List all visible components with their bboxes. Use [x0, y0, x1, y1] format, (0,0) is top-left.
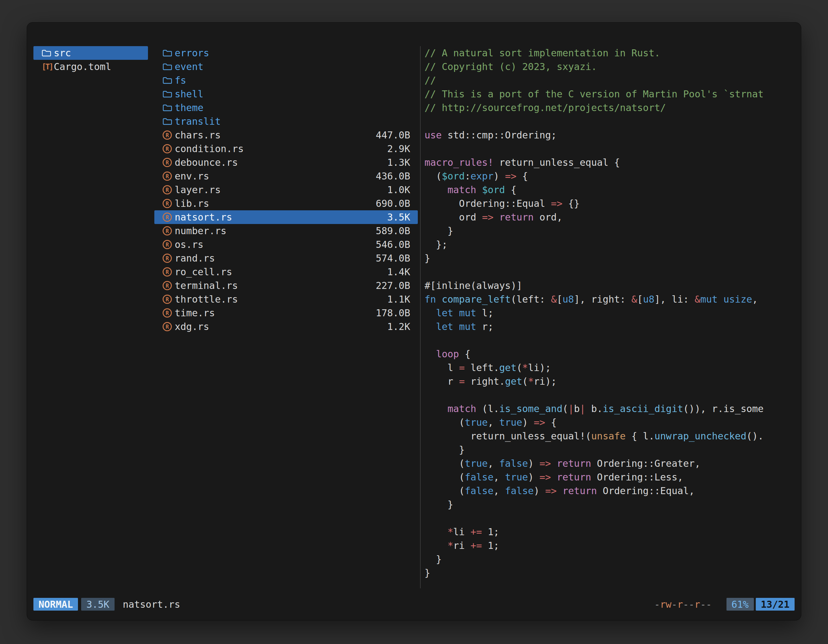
file-row[interactable]: Rthrottle.rs1.1K [154, 292, 418, 306]
rust-file-icon: R [163, 171, 175, 181]
file-row[interactable]: Rlayer.rs1.0K [154, 183, 418, 197]
entry-size: 1.1K [387, 294, 410, 305]
parent-directory-pane: src[T]Cargo.toml [33, 46, 148, 74]
entry-size: 436.0B [376, 171, 410, 182]
folder-icon [163, 104, 175, 112]
code-line: } [425, 251, 797, 265]
folder-icon [163, 90, 175, 98]
dir-row[interactable]: src [33, 46, 148, 60]
rust-file-icon: R [163, 158, 175, 167]
file-row[interactable]: Rro_cell.rs1.4K [154, 265, 418, 279]
code-line [425, 388, 797, 402]
code-line: // A natural sort implementation in Rust… [425, 46, 797, 60]
code-line: return_unless_equal!(unsafe { l.unwrap_u… [425, 429, 797, 443]
rust-file-icon: R [163, 213, 175, 222]
folder-icon [163, 118, 175, 126]
file-row[interactable]: Rxdg.rs1.2K [154, 320, 418, 334]
code-line [425, 142, 797, 155]
rust-file-icon: R [163, 185, 175, 194]
status-bar: NORMAL 3.5K natsort.rs -rw-r--r-- 61% 13… [33, 597, 795, 611]
entry-name: natsort.rs [175, 212, 232, 223]
code-line: Ordering::Equal => {} [425, 197, 797, 210]
code-line: (false, false) => return Ordering::Equal… [425, 484, 797, 498]
entry-name: env.rs [175, 171, 209, 182]
entry-name: os.rs [175, 239, 203, 250]
code-line: #[inline(always)] [425, 279, 797, 292]
code-line: // This is a port of the C version of Ma… [425, 87, 797, 101]
file-row[interactable]: [T]Cargo.toml [33, 60, 148, 74]
rust-file-icon: R [163, 226, 175, 235]
entry-size: 447.0B [376, 130, 410, 141]
dir-row[interactable]: fs [154, 74, 418, 87]
dir-row[interactable]: event [154, 60, 418, 74]
rust-file-icon: R [163, 295, 175, 304]
dir-row[interactable]: errors [154, 46, 418, 60]
entry-name: fs [175, 75, 186, 86]
code-line: }; [425, 238, 797, 251]
file-row[interactable]: Rrand.rs574.0B [154, 251, 418, 265]
code-line [425, 265, 797, 279]
code-line: // [425, 74, 797, 87]
file-row[interactable]: Rtime.rs178.0B [154, 306, 418, 320]
entry-name: xdg.rs [175, 321, 209, 332]
file-size-badge: 3.5K [81, 598, 114, 611]
file-row[interactable]: Rchars.rs447.0B [154, 128, 418, 142]
code-line: // Copyright (c) 2023, sxyazi. [425, 60, 797, 74]
rust-file-icon: R [163, 254, 175, 263]
entry-size: 546.0B [376, 239, 410, 250]
code-line: loop { [425, 347, 797, 361]
file-preview-pane: // A natural sort implementation in Rust… [425, 46, 797, 585]
scroll-percent-badge: 61% [726, 598, 754, 611]
entry-name: ro_cell.rs [175, 266, 232, 277]
status-filename: natsort.rs [123, 599, 180, 610]
entry-name: time.rs [175, 307, 215, 318]
code-line: (false, true) => return Ordering::Less, [425, 470, 797, 484]
code-line: } [425, 498, 797, 511]
code-line [425, 511, 797, 525]
dir-row[interactable]: shell [154, 87, 418, 101]
entry-name: shell [175, 88, 203, 100]
folder-icon [163, 63, 175, 71]
current-directory-pane: errorseventfsshellthemetranslitRchars.rs… [154, 46, 418, 334]
entry-size: 227.0B [376, 280, 410, 291]
entry-name: lib.rs [175, 198, 209, 209]
entry-size: 178.0B [376, 307, 410, 318]
code-line: macro_rules! return_unless_equal { [425, 155, 797, 169]
code-line: fn compare_left(left: &[u8], right: &[u8… [425, 292, 797, 306]
file-row[interactable]: Rdebounce.rs1.3K [154, 155, 418, 169]
dir-row[interactable]: translit [154, 114, 418, 128]
file-row[interactable]: Rcondition.rs2.9K [154, 142, 418, 155]
entry-size: 1.2K [387, 321, 410, 332]
entry-name: theme [175, 102, 203, 113]
rust-file-icon: R [163, 144, 175, 154]
rust-file-icon: R [163, 308, 175, 318]
cursor-position-badge: 13/21 [756, 598, 795, 611]
entry-name: event [175, 61, 203, 72]
file-row[interactable]: Ros.rs546.0B [154, 238, 418, 251]
file-row[interactable]: Rnatsort.rs3.5K [154, 210, 418, 224]
entry-name: rand.rs [175, 253, 215, 264]
rust-file-icon: R [163, 199, 175, 208]
folder-icon [163, 76, 175, 85]
file-row[interactable]: Rnumber.rs589.0B [154, 224, 418, 238]
mode-badge: NORMAL [33, 598, 78, 611]
entry-size: 574.0B [376, 253, 410, 264]
file-manager-window: src[T]Cargo.toml errorseventfsshelltheme… [27, 22, 801, 620]
code-line: } [425, 566, 797, 580]
entry-size: 3.5K [387, 212, 410, 223]
entry-name: Cargo.toml [54, 61, 111, 72]
toml-file-icon: [T] [42, 63, 54, 71]
dir-row[interactable]: theme [154, 101, 418, 114]
desktop: { "colors": { "desktop_bg": "#2e2e2e", "… [0, 0, 828, 644]
entry-name: chars.rs [175, 130, 221, 141]
entry-size: 2.9K [387, 143, 410, 154]
entry-size: 1.0K [387, 184, 410, 195]
rust-file-icon: R [163, 322, 175, 331]
entry-size: 1.4K [387, 266, 410, 277]
code-line: let mut l; [425, 306, 797, 320]
pane-separator [420, 46, 421, 588]
file-row[interactable]: Rlib.rs690.0B [154, 197, 418, 210]
file-row[interactable]: Renv.rs436.0B [154, 169, 418, 183]
file-row[interactable]: Rterminal.rs227.0B [154, 279, 418, 292]
code-line: l = left.get(*li); [425, 361, 797, 374]
